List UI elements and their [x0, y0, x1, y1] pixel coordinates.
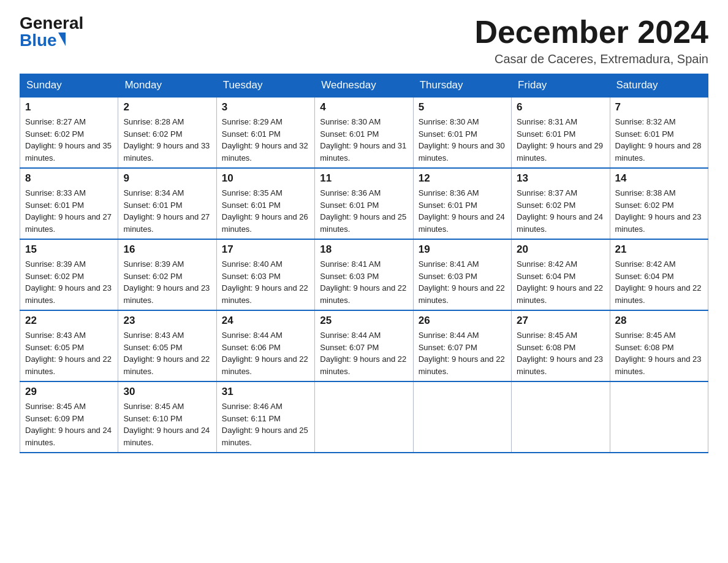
- day-info: Sunrise: 8:41 AMSunset: 6:03 PMDaylight:…: [419, 259, 505, 305]
- day-info: Sunrise: 8:30 AMSunset: 6:01 PMDaylight:…: [320, 117, 406, 163]
- day-number: 2: [123, 101, 211, 113]
- table-row: 2 Sunrise: 8:28 AMSunset: 6:02 PMDayligh…: [118, 97, 216, 168]
- table-row: 31 Sunrise: 8:46 AMSunset: 6:11 PMDaylig…: [216, 381, 314, 453]
- day-number: 4: [320, 101, 408, 113]
- day-number: 15: [25, 243, 113, 256]
- day-number: 28: [615, 315, 703, 327]
- day-info: Sunrise: 8:38 AMSunset: 6:02 PMDaylight:…: [615, 188, 702, 234]
- logo-blue-text: Blue: [20, 32, 57, 49]
- day-number: 27: [517, 315, 604, 327]
- table-row: 15 Sunrise: 8:39 AMSunset: 6:02 PMDaylig…: [20, 239, 118, 310]
- logo-general-text: General: [20, 15, 83, 32]
- day-info: Sunrise: 8:45 AMSunset: 6:09 PMDaylight:…: [25, 402, 112, 447]
- table-row: 26 Sunrise: 8:44 AMSunset: 6:07 PMDaylig…: [413, 310, 511, 381]
- table-row: 3 Sunrise: 8:29 AMSunset: 6:01 PMDayligh…: [216, 97, 314, 168]
- day-info: Sunrise: 8:39 AMSunset: 6:02 PMDaylight:…: [25, 259, 112, 305]
- day-number: 9: [123, 172, 211, 185]
- day-info: Sunrise: 8:45 AMSunset: 6:08 PMDaylight:…: [517, 331, 603, 376]
- day-info: Sunrise: 8:36 AMSunset: 6:01 PMDaylight:…: [419, 188, 505, 234]
- day-number: 30: [123, 386, 211, 398]
- day-info: Sunrise: 8:44 AMSunset: 6:06 PMDaylight:…: [222, 331, 308, 376]
- day-number: 17: [222, 243, 309, 256]
- day-number: 21: [615, 243, 703, 256]
- table-row: 5 Sunrise: 8:30 AMSunset: 6:01 PMDayligh…: [413, 97, 511, 168]
- day-info: Sunrise: 8:33 AMSunset: 6:01 PMDaylight:…: [25, 188, 112, 234]
- header-friday: Friday: [512, 74, 610, 98]
- day-info: Sunrise: 8:36 AMSunset: 6:01 PMDaylight:…: [320, 188, 406, 234]
- calendar-week-row: 22 Sunrise: 8:43 AMSunset: 6:05 PMDaylig…: [20, 310, 708, 381]
- table-row: 13 Sunrise: 8:37 AMSunset: 6:02 PMDaylig…: [512, 168, 610, 239]
- day-number: 10: [222, 172, 309, 185]
- day-info: Sunrise: 8:42 AMSunset: 6:04 PMDaylight:…: [615, 259, 702, 305]
- table-row: 7 Sunrise: 8:32 AMSunset: 6:01 PMDayligh…: [610, 97, 708, 168]
- table-row: 6 Sunrise: 8:31 AMSunset: 6:01 PMDayligh…: [512, 97, 610, 168]
- logo-triangle-icon: [58, 33, 66, 46]
- day-number: 29: [25, 386, 113, 398]
- day-number: 14: [615, 172, 703, 185]
- day-number: 23: [123, 315, 211, 327]
- day-number: 19: [419, 243, 506, 256]
- header-monday: Monday: [118, 74, 216, 98]
- day-info: Sunrise: 8:32 AMSunset: 6:01 PMDaylight:…: [615, 117, 702, 163]
- day-number: 26: [419, 315, 506, 327]
- table-row: [610, 381, 708, 453]
- day-info: Sunrise: 8:44 AMSunset: 6:07 PMDaylight:…: [419, 331, 505, 376]
- day-number: 5: [419, 101, 506, 113]
- table-row: 23 Sunrise: 8:43 AMSunset: 6:05 PMDaylig…: [118, 310, 216, 381]
- day-info: Sunrise: 8:37 AMSunset: 6:02 PMDaylight:…: [517, 188, 603, 234]
- table-row: 30 Sunrise: 8:45 AMSunset: 6:10 PMDaylig…: [118, 381, 216, 453]
- table-row: 17 Sunrise: 8:40 AMSunset: 6:03 PMDaylig…: [216, 239, 314, 310]
- day-number: 1: [25, 101, 113, 113]
- day-info: Sunrise: 8:45 AMSunset: 6:08 PMDaylight:…: [615, 331, 702, 376]
- table-row: [413, 381, 511, 453]
- table-row: 14 Sunrise: 8:38 AMSunset: 6:02 PMDaylig…: [610, 168, 708, 239]
- day-number: 8: [25, 172, 113, 185]
- calendar-week-row: 15 Sunrise: 8:39 AMSunset: 6:02 PMDaylig…: [20, 239, 708, 310]
- table-row: 1 Sunrise: 8:27 AMSunset: 6:02 PMDayligh…: [20, 97, 118, 168]
- table-row: 29 Sunrise: 8:45 AMSunset: 6:09 PMDaylig…: [20, 381, 118, 453]
- day-number: 7: [615, 101, 703, 113]
- day-number: 11: [320, 172, 408, 185]
- title-section: December 2024 Casar de Caceres, Extremad…: [474, 15, 708, 66]
- day-info: Sunrise: 8:43 AMSunset: 6:05 PMDaylight:…: [25, 331, 112, 376]
- day-info: Sunrise: 8:35 AMSunset: 6:01 PMDaylight:…: [222, 188, 308, 234]
- calendar-week-row: 8 Sunrise: 8:33 AMSunset: 6:01 PMDayligh…: [20, 168, 708, 239]
- day-info: Sunrise: 8:43 AMSunset: 6:05 PMDaylight:…: [123, 331, 210, 376]
- header-saturday: Saturday: [610, 74, 708, 98]
- table-row: 9 Sunrise: 8:34 AMSunset: 6:01 PMDayligh…: [118, 168, 216, 239]
- day-number: 12: [419, 172, 506, 185]
- table-row: 24 Sunrise: 8:44 AMSunset: 6:06 PMDaylig…: [216, 310, 314, 381]
- day-number: 24: [222, 315, 309, 327]
- day-info: Sunrise: 8:39 AMSunset: 6:02 PMDaylight:…: [123, 259, 210, 305]
- header-wednesday: Wednesday: [315, 74, 413, 98]
- table-row: 21 Sunrise: 8:42 AMSunset: 6:04 PMDaylig…: [610, 239, 708, 310]
- day-info: Sunrise: 8:31 AMSunset: 6:01 PMDaylight:…: [517, 117, 603, 163]
- table-row: 8 Sunrise: 8:33 AMSunset: 6:01 PMDayligh…: [20, 168, 118, 239]
- day-number: 16: [123, 243, 211, 256]
- day-info: Sunrise: 8:27 AMSunset: 6:02 PMDaylight:…: [25, 117, 112, 163]
- table-row: 19 Sunrise: 8:41 AMSunset: 6:03 PMDaylig…: [413, 239, 511, 310]
- day-info: Sunrise: 8:28 AMSunset: 6:02 PMDaylight:…: [123, 117, 210, 163]
- day-info: Sunrise: 8:29 AMSunset: 6:01 PMDaylight:…: [222, 117, 308, 163]
- table-row: 18 Sunrise: 8:41 AMSunset: 6:03 PMDaylig…: [315, 239, 413, 310]
- table-row: 12 Sunrise: 8:36 AMSunset: 6:01 PMDaylig…: [413, 168, 511, 239]
- table-row: 22 Sunrise: 8:43 AMSunset: 6:05 PMDaylig…: [20, 310, 118, 381]
- day-info: Sunrise: 8:42 AMSunset: 6:04 PMDaylight:…: [517, 259, 603, 305]
- table-row: 11 Sunrise: 8:36 AMSunset: 6:01 PMDaylig…: [315, 168, 413, 239]
- day-info: Sunrise: 8:34 AMSunset: 6:01 PMDaylight:…: [123, 188, 210, 234]
- header-sunday: Sunday: [20, 74, 118, 98]
- calendar-table: Sunday Monday Tuesday Wednesday Thursday…: [20, 74, 708, 453]
- table-row: [315, 381, 413, 453]
- calendar-week-row: 1 Sunrise: 8:27 AMSunset: 6:02 PMDayligh…: [20, 97, 708, 168]
- table-row: 4 Sunrise: 8:30 AMSunset: 6:01 PMDayligh…: [315, 97, 413, 168]
- day-number: 6: [517, 101, 604, 113]
- table-row: [512, 381, 610, 453]
- day-info: Sunrise: 8:40 AMSunset: 6:03 PMDaylight:…: [222, 259, 308, 305]
- month-title: December 2024: [474, 15, 708, 50]
- day-info: Sunrise: 8:45 AMSunset: 6:10 PMDaylight:…: [123, 402, 210, 447]
- location-subtitle: Casar de Caceres, Extremadura, Spain: [474, 52, 708, 66]
- day-number: 13: [517, 172, 604, 185]
- day-number: 31: [222, 386, 309, 398]
- day-info: Sunrise: 8:41 AMSunset: 6:03 PMDaylight:…: [320, 259, 406, 305]
- day-number: 20: [517, 243, 604, 256]
